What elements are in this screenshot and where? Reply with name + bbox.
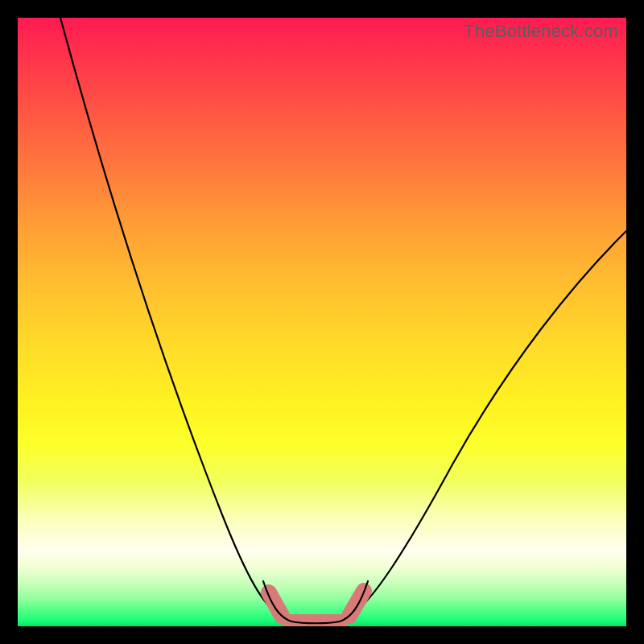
chart-frame: TheBottleneck.com [0,0,644,644]
svg-line-0 [269,592,282,616]
plot-area: TheBottleneck.com [18,18,626,626]
svg-line-2 [349,591,364,616]
curve-layer [18,18,626,626]
bottleneck-curve [60,18,626,622]
